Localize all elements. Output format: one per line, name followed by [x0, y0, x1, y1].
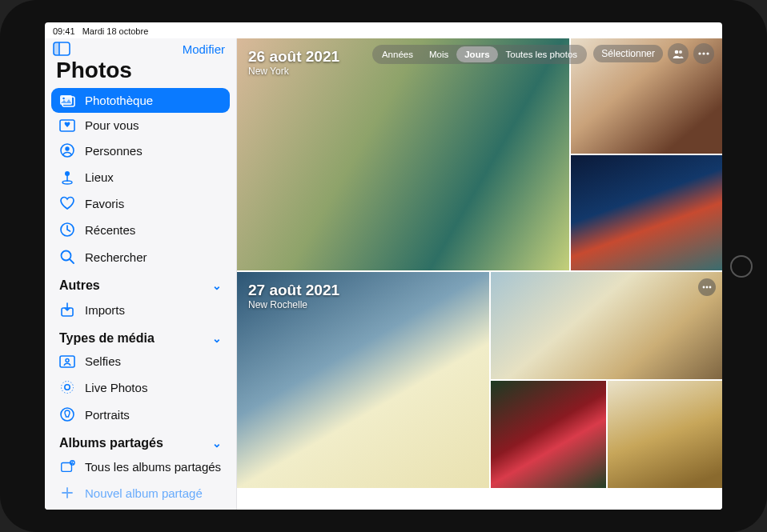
svg-point-8 — [65, 146, 69, 150]
chevron-down-icon: ⌄ — [212, 437, 222, 450]
sidebar-list[interactable]: Photothèque Pour vous Personnes — [45, 88, 236, 510]
sidebar-item-people[interactable]: Personnes — [51, 138, 230, 163]
shared-icon — [59, 459, 75, 474]
sidebar-toggle-icon[interactable] — [53, 42, 70, 56]
svg-rect-1 — [54, 42, 59, 55]
sidebar-item-imports[interactable]: Imports — [51, 296, 230, 323]
section-label: Albums partagés — [59, 436, 163, 450]
day-header[interactable]: 26 août 2021 New York — [248, 48, 339, 77]
section-label: Autres — [59, 278, 100, 293]
status-right: 100 % — [656, 25, 714, 34]
chevron-down-icon: ⌄ — [212, 279, 222, 292]
selfie-icon — [59, 355, 75, 368]
photo-thumb[interactable] — [571, 155, 722, 270]
photo-thumb[interactable] — [491, 381, 605, 488]
sidebar-item-portraits[interactable]: Portraits — [51, 401, 230, 428]
sidebar-item-label: Nouvel album partagé — [85, 486, 203, 500]
sidebar-item-label: Selfies — [85, 354, 121, 368]
seg-years[interactable]: Années — [374, 46, 421, 62]
people-icon — [59, 143, 75, 158]
day-header[interactable]: 27 août 2021 New Rochelle — [248, 282, 339, 310]
search-icon — [59, 249, 75, 265]
sidebar-item-livephotos[interactable]: Live Photos — [51, 374, 230, 401]
ipad-frame: 09:41 Mardi 18 octobre 100 % — [0, 0, 767, 532]
svg-point-31 — [709, 286, 712, 289]
photo-scroll[interactable]: 26 août 2021 New York 27 août 2021 New — [237, 38, 722, 510]
day-block: 27 août 2021 New Rochelle — [237, 272, 722, 488]
home-button[interactable] — [730, 255, 753, 278]
sidebar-item-all-shared[interactable]: Tous les albums partagés — [51, 454, 230, 479]
svg-point-18 — [65, 385, 70, 390]
sidebar-item-selfies[interactable]: Selfies — [51, 349, 230, 374]
wifi-icon — [656, 26, 667, 34]
sidebar-header: Modifier — [45, 38, 236, 58]
import-icon — [59, 302, 75, 318]
status-left: 09:41 Mardi 18 octobre — [53, 26, 148, 36]
status-time: 09:41 — [53, 26, 75, 36]
sidebar-item-label: Live Photos — [85, 381, 147, 394]
sidebar-section-other[interactable]: Autres ⌄ — [51, 270, 230, 296]
photo-thumb[interactable] — [608, 381, 722, 488]
edit-button[interactable]: Modifier — [183, 42, 225, 56]
portrait-icon — [59, 406, 75, 422]
seg-months[interactable]: Mois — [421, 46, 456, 62]
app: Modifier Photos Photothèque Pour — [45, 38, 722, 510]
sidebar-item-favorites[interactable]: Favoris — [51, 190, 230, 216]
sidebar-item-label: Pour vous — [85, 118, 139, 132]
library-icon — [59, 94, 75, 107]
more-button[interactable] — [693, 43, 714, 64]
day-more-button[interactable] — [698, 278, 716, 296]
screen: 09:41 Mardi 18 octobre 100 % — [45, 22, 722, 510]
seg-all[interactable]: Toutes les photos — [498, 46, 586, 62]
day-block: 26 août 2021 New York — [237, 38, 722, 270]
svg-point-5 — [62, 97, 65, 99]
sidebar-item-label: Portraits — [85, 408, 130, 422]
sidebar-item-library[interactable]: Photothèque — [51, 88, 230, 113]
segmented-control[interactable]: Années Mois Jours Toutes les photos — [372, 45, 587, 64]
svg-point-19 — [62, 382, 74, 394]
sidebar-item-label: Personnes — [85, 144, 143, 158]
sidebar-item-label: Tous les albums partagés — [85, 460, 221, 474]
day-date: 26 août 2021 — [248, 48, 339, 66]
top-right-controls: Sélectionner — [593, 43, 714, 64]
sidebar-item-places[interactable]: Lieux — [51, 163, 230, 190]
sidebar-item-search[interactable]: Rechercher — [51, 243, 230, 270]
svg-point-23 — [71, 462, 73, 463]
sidebar: Modifier Photos Photothèque Pour — [45, 38, 237, 510]
svg-point-27 — [702, 52, 705, 54]
svg-point-24 — [675, 50, 679, 54]
status-date: Mardi 18 octobre — [82, 26, 149, 36]
svg-point-29 — [703, 286, 705, 289]
day-location: New York — [248, 66, 339, 77]
plus-icon — [59, 485, 75, 501]
sidebar-item-recents[interactable]: Récentes — [51, 216, 230, 243]
svg-rect-4 — [60, 95, 72, 105]
sidebar-item-label: Imports — [85, 303, 125, 317]
sidebar-item-label: Rechercher — [85, 250, 147, 264]
clock-icon — [59, 222, 75, 238]
select-button[interactable]: Sélectionner — [593, 45, 663, 62]
svg-point-25 — [679, 50, 682, 54]
places-icon — [59, 169, 75, 185]
section-label: Types de média — [59, 331, 155, 346]
seg-days[interactable]: Jours — [456, 46, 497, 62]
chevron-down-icon: ⌄ — [212, 332, 222, 345]
share-people-button[interactable] — [668, 43, 689, 64]
sidebar-section-media[interactable]: Types de média ⌄ — [51, 323, 230, 349]
sidebar-item-new-shared[interactable]: Nouvel album partagé — [51, 479, 230, 506]
sidebar-item-foryou[interactable]: Pour vous — [51, 113, 230, 138]
sidebar-title: Photos — [45, 58, 236, 88]
svg-point-30 — [706, 286, 709, 289]
day-date: 27 août 2021 — [248, 282, 339, 299]
heart-icon — [59, 196, 75, 210]
sidebar-item-label: Photothèque — [85, 94, 153, 107]
day-location: New Rochelle — [248, 299, 339, 310]
livephoto-icon — [59, 379, 75, 395]
photo-thumb[interactable] — [491, 272, 722, 379]
status-bar: 09:41 Mardi 18 octobre 100 % — [45, 22, 722, 38]
svg-point-11 — [62, 181, 72, 184]
sidebar-section-shared[interactable]: Albums partagés ⌄ — [51, 428, 230, 454]
svg-point-26 — [698, 52, 701, 54]
battery-percent: 100 % — [671, 25, 696, 34]
battery-icon — [700, 26, 714, 34]
